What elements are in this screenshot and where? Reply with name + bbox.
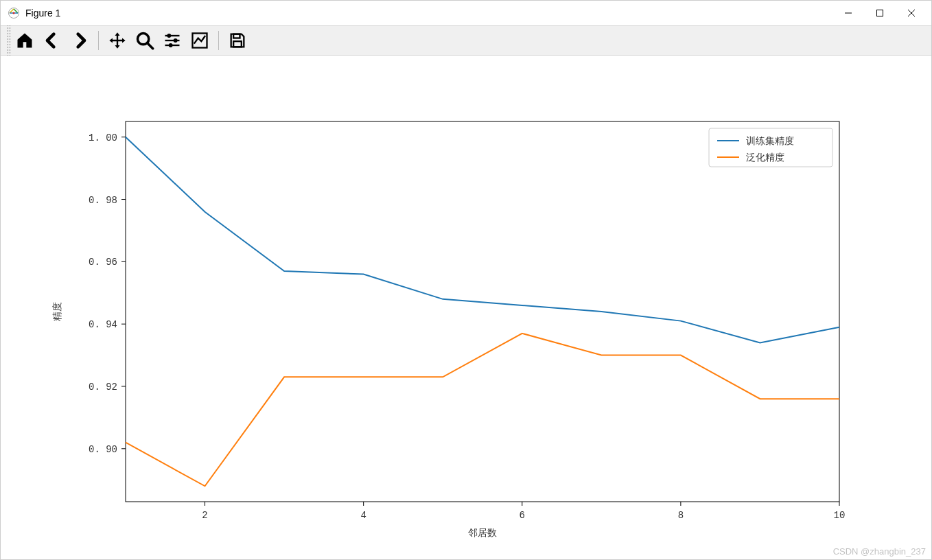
svg-rect-17 — [126, 121, 839, 502]
minimize-button[interactable] — [832, 3, 864, 23]
plot-canvas[interactable]: 2468100. 900. 920. 940. 960. 981. 00邻居数精… — [1, 56, 931, 559]
svg-text:泛化精度: 泛化精度 — [746, 152, 784, 163]
pan-button[interactable] — [104, 27, 130, 54]
axes-icon — [190, 31, 209, 50]
close-icon — [907, 9, 916, 17]
svg-rect-16 — [233, 41, 242, 47]
maximize-button[interactable] — [864, 3, 896, 23]
toolbar-separator — [98, 31, 99, 50]
svg-text:4: 4 — [360, 510, 366, 521]
svg-text:2: 2 — [202, 510, 207, 521]
configure-button[interactable] — [159, 27, 185, 54]
svg-text:训练集精度: 训练集精度 — [746, 135, 794, 146]
titlebar: Figure 1 — [1, 1, 931, 25]
svg-text:6: 6 — [520, 510, 525, 521]
svg-point-1 — [13, 12, 15, 14]
window-controls — [832, 3, 927, 23]
zoom-icon — [135, 31, 154, 50]
svg-text:0. 90: 0. 90 — [89, 444, 117, 455]
save-button[interactable] — [224, 27, 251, 54]
app-icon — [8, 7, 20, 19]
back-icon — [43, 31, 62, 50]
svg-text:邻居数: 邻居数 — [468, 527, 497, 538]
pan-icon — [108, 31, 127, 50]
forward-icon — [70, 31, 89, 50]
forward-button[interactable] — [67, 27, 93, 54]
home-icon — [15, 31, 34, 50]
svg-point-11 — [174, 38, 178, 43]
minimize-icon — [844, 9, 852, 17]
svg-text:精度: 精度 — [51, 302, 62, 321]
svg-text:8: 8 — [678, 510, 684, 521]
svg-rect-15 — [233, 34, 240, 38]
svg-text:10: 10 — [834, 510, 846, 521]
save-icon — [228, 31, 247, 50]
svg-text:0. 94: 0. 94 — [89, 319, 117, 330]
svg-rect-3 — [877, 10, 883, 16]
toolbar-drag-handle[interactable] — [6, 25, 10, 56]
close-button[interactable] — [896, 3, 927, 23]
svg-line-7 — [148, 43, 153, 49]
svg-text:0. 96: 0. 96 — [89, 257, 117, 268]
home-button[interactable] — [12, 27, 38, 54]
svg-point-13 — [169, 43, 173, 47]
titlebar-left: Figure 1 — [5, 7, 60, 19]
back-button[interactable] — [39, 27, 65, 54]
svg-text:1. 00: 1. 00 — [89, 132, 117, 143]
plot-svg: 2468100. 900. 920. 940. 960. 981. 00邻居数精… — [1, 56, 931, 559]
maximize-icon — [876, 9, 884, 17]
toolbar — [1, 25, 931, 56]
svg-text:0. 98: 0. 98 — [89, 195, 117, 206]
edit-axes-button[interactable] — [187, 27, 213, 54]
toolbar-separator — [218, 31, 219, 50]
configure-icon — [163, 31, 182, 50]
zoom-button[interactable] — [132, 27, 158, 54]
window-title: Figure 1 — [25, 8, 60, 19]
figure-window: Figure 1 — [0, 0, 932, 560]
svg-text:0. 92: 0. 92 — [89, 382, 117, 393]
svg-point-9 — [167, 34, 171, 38]
